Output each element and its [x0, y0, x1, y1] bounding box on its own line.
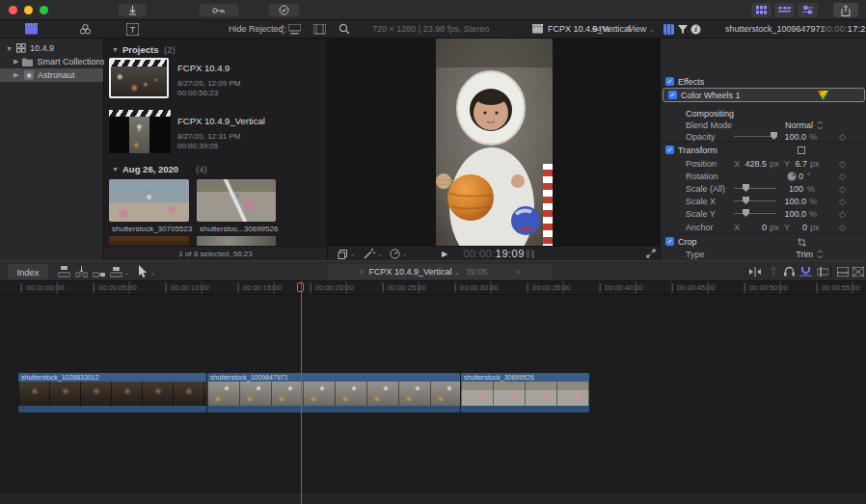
scale-x-slider-thumb[interactable]	[743, 197, 749, 204]
event-header[interactable]: Aug 26, 2020	[122, 164, 178, 174]
viewer-video-frame[interactable]	[436, 39, 553, 246]
keyframe-diamond-icon[interactable]: ◇	[839, 209, 846, 219]
scale-x-slider-track[interactable]	[734, 200, 776, 201]
filmstrip-duration-icon[interactable]	[313, 24, 326, 35]
edit-options-chevron-icon[interactable]: ⌄	[124, 269, 129, 276]
timeline-ruler[interactable]: 00:00:00:0000:00:05:0000:00:10:0000:00:1…	[0, 281, 866, 295]
snapping-icon[interactable]	[799, 267, 812, 277]
project-name[interactable]: FCPX 10.4.9_Vertical	[177, 116, 265, 126]
clip-appearance-browser-icon[interactable]	[288, 24, 301, 35]
timeline-back-button[interactable]: ‹	[361, 267, 364, 277]
position-x-field[interactable]: 428.5	[738, 159, 767, 169]
anchor-y-field[interactable]: 0	[786, 223, 807, 232]
keyword-editor-button[interactable]	[199, 3, 239, 17]
keyframe-diamond-icon[interactable]: ◇	[839, 223, 846, 232]
library-row[interactable]: ▼ 10.4.9	[0, 41, 103, 55]
media-import-clapper-icon[interactable]	[25, 23, 39, 35]
scale-all-value[interactable]: 100	[774, 184, 803, 194]
keyframe-diamond-icon[interactable]: ◇	[839, 159, 846, 169]
transform-checkbox[interactable]: ✓	[665, 146, 674, 154]
playhead-handle[interactable]	[297, 282, 304, 292]
anchor-x-field[interactable]: 0	[738, 223, 767, 232]
minimize-button[interactable]	[24, 6, 33, 14]
scale-y-value[interactable]: 100.0	[774, 209, 806, 219]
crop-checkbox[interactable]: ✓	[665, 237, 674, 246]
overwrite-edit-icon[interactable]	[110, 266, 122, 278]
audio-skimming-icon[interactable]	[784, 266, 795, 277]
timeline-track-area[interactable]: shutterstock_1026833012 shutterstock_100…	[0, 295, 866, 504]
projects-header[interactable]: Projects	[122, 44, 159, 55]
keyframe-diamond-icon[interactable]: ◇	[839, 184, 846, 194]
photos-audio-icon[interactable]	[79, 23, 92, 36]
sidebar-item-astronaut[interactable]: ▶ ★ Astronaut	[0, 68, 103, 82]
transform-onscreen-icon[interactable]	[798, 146, 805, 154]
zoom-button[interactable]	[40, 6, 48, 14]
keyframe-diamond-icon[interactable]: ◇	[839, 197, 846, 206]
position-y-field[interactable]: 6.7	[786, 159, 807, 169]
crop-onscreen-icon[interactable]	[798, 238, 806, 247]
opacity-slider-track[interactable]	[734, 136, 776, 137]
clip-appearance-icon[interactable]	[837, 267, 849, 277]
clip-duration-menu[interactable]: ⌄	[338, 249, 355, 259]
background-tasks-button[interactable]	[268, 3, 300, 17]
projects-disclosure-icon[interactable]: ▼	[112, 46, 119, 53]
solo-clips-icon[interactable]	[817, 267, 828, 277]
skimming-icon[interactable]	[768, 267, 779, 277]
timeline-project-menu[interactable]: FCPX 10.4.9_Vertical ⌄	[369, 267, 460, 277]
retime-menu-icon[interactable]: ⌄	[390, 249, 407, 259]
scale-y-slider-thumb[interactable]	[743, 209, 749, 217]
tool-menu-chevron-icon[interactable]: ⌄	[150, 269, 155, 276]
disclosure-closed-icon[interactable]: ▶	[14, 58, 18, 66]
project-thumbnail[interactable]	[109, 58, 169, 98]
stepper-icon[interactable]	[817, 250, 824, 259]
timeline-forward-button[interactable]: ›	[516, 267, 519, 277]
timeline-clip[interactable]: shutterstock_1009647971	[207, 373, 460, 412]
scale-x-value[interactable]: 100.0	[774, 197, 806, 206]
keyframe-diamond-icon[interactable]: ◇	[839, 132, 846, 142]
opacity-value[interactable]: 100.0	[774, 132, 806, 142]
effects-checkbox[interactable]: ✓	[665, 77, 674, 86]
enhancements-wand-icon[interactable]: ⌄	[364, 249, 382, 259]
search-icon[interactable]	[338, 23, 350, 35]
timeline-clip[interactable]: shutterstock_30699526	[461, 373, 589, 412]
browser-filter-settings-button[interactable]	[798, 3, 818, 17]
color-inspector-icon[interactable]	[678, 25, 688, 34]
browser-view-grid-button[interactable]	[751, 3, 771, 17]
crop-type-popup[interactable]: Trim	[767, 250, 813, 259]
disclosure-closed-icon[interactable]: ▶	[14, 71, 20, 79]
audio-meter-right[interactable]	[531, 250, 534, 258]
event-disclosure-icon[interactable]: ▼	[112, 166, 119, 172]
timeline-scrollbar-area[interactable]	[0, 494, 866, 504]
event-clip-thumbnail[interactable]	[109, 179, 189, 222]
blend-mode-popup[interactable]: Normal	[767, 120, 813, 130]
connect-edit-icon[interactable]	[58, 266, 70, 278]
event-clip-thumbnail-partial[interactable]	[109, 236, 189, 246]
disclosure-open-icon[interactable]: ▼	[6, 45, 13, 52]
rotation-field[interactable]: 0	[776, 172, 803, 181]
hide-rejected-menu[interactable]: Hide Rejected	[229, 24, 284, 34]
import-media-button[interactable]	[118, 3, 147, 17]
fullscreen-icon[interactable]	[646, 249, 656, 258]
event-clip-thumbnail-partial[interactable]	[197, 236, 276, 246]
hide-rejected-stepper-icon[interactable]	[280, 25, 286, 35]
browser-view-list-button[interactable]	[774, 3, 795, 17]
project-name[interactable]: FCPX 10.4.9	[177, 63, 230, 73]
sidebar-item-smart-collections[interactable]: ▶ Smart Collections	[0, 55, 103, 68]
append-edit-icon[interactable]	[93, 266, 105, 278]
effects-browser-icon[interactable]	[852, 267, 864, 277]
share-button[interactable]	[833, 3, 858, 17]
scale-all-slider-thumb[interactable]	[743, 184, 749, 192]
playhead[interactable]	[301, 281, 302, 504]
select-tool-icon[interactable]	[138, 265, 148, 278]
titles-generators-icon[interactable]: T	[126, 23, 139, 36]
event-clip-thumbnail[interactable]	[197, 179, 276, 222]
trim-feedback-icon[interactable]	[748, 267, 762, 277]
viewer-zoom-menu[interactable]: 64% ⌄	[592, 24, 617, 34]
project-thumbnail[interactable]	[109, 110, 171, 153]
timeline-clip[interactable]: shutterstock_1026833012	[18, 373, 206, 412]
color-wheels-checkbox[interactable]: ✓	[668, 91, 677, 99]
keyframe-diamond-icon[interactable]: ◇	[839, 172, 846, 181]
active-project-name[interactable]: FCPX 10.4.9_Vertical	[548, 24, 631, 34]
color-wheels-effect-row[interactable]: ✓ Color Wheels 1	[663, 88, 865, 102]
audio-meter-left[interactable]	[527, 250, 529, 258]
